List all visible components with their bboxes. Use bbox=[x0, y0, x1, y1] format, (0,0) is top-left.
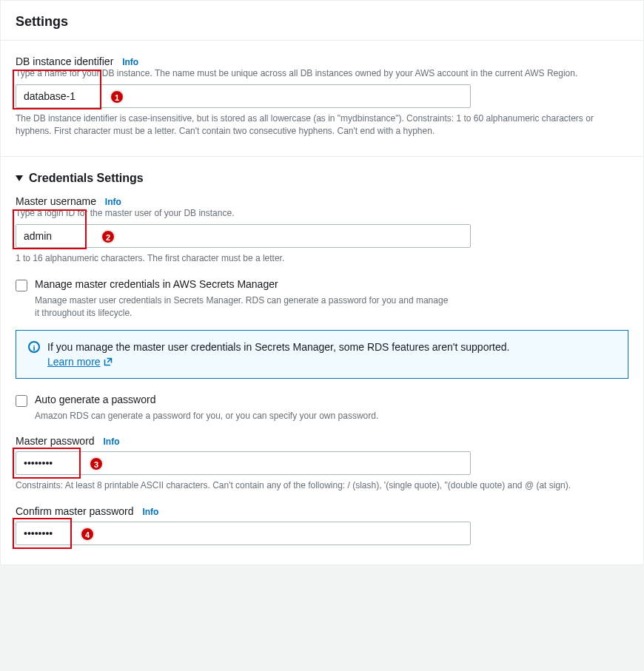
secrets-manager-label: Manage master credentials in AWS Secrets… bbox=[35, 278, 278, 290]
highlight-box-3 bbox=[13, 448, 81, 479]
master-password-input[interactable] bbox=[16, 451, 471, 475]
secrets-manager-desc: Manage master user credentials in Secret… bbox=[35, 294, 449, 320]
master-password-label: Master password bbox=[16, 435, 95, 447]
learn-more-link[interactable]: Learn more bbox=[47, 356, 113, 368]
info-icon: i bbox=[28, 341, 40, 353]
infobox-text: If you manage the master user credential… bbox=[47, 341, 509, 353]
caret-down-icon bbox=[16, 175, 23, 181]
settings-header: Settings bbox=[1, 1, 643, 40]
secrets-manager-infobox: i If you manage the master user credenti… bbox=[16, 330, 628, 379]
panel-title: Settings bbox=[16, 14, 628, 30]
db-identifier-hint: The DB instance identifier is case-insen… bbox=[16, 112, 628, 138]
auto-generate-desc: Amazon RDS can generate a password for y… bbox=[35, 410, 449, 422]
db-identifier-info-link[interactable]: Info bbox=[122, 57, 138, 67]
secrets-manager-checkbox[interactable] bbox=[16, 280, 27, 291]
master-username-info-link[interactable]: Info bbox=[105, 197, 121, 207]
highlight-box-2 bbox=[13, 209, 87, 249]
master-password-info-link[interactable]: Info bbox=[103, 436, 119, 447]
master-password-hint: Constraints: At least 8 printable ASCII … bbox=[16, 479, 628, 492]
db-identifier-label: DB instance identifier bbox=[16, 55, 113, 67]
learn-more-label: Learn more bbox=[47, 356, 101, 368]
annotation-badge-1: 1 bbox=[110, 90, 124, 104]
master-username-hint: 1 to 16 alphanumeric characters. The fir… bbox=[16, 252, 628, 265]
credentials-header-label: Credentials Settings bbox=[29, 172, 144, 185]
confirm-password-info-link[interactable]: Info bbox=[142, 507, 158, 517]
master-username-desc: Type a login ID for the master user of y… bbox=[16, 207, 628, 220]
auto-generate-label: Auto generate a password bbox=[35, 394, 155, 405]
db-identifier-desc: Type a name for your DB instance. The na… bbox=[16, 67, 628, 80]
auto-generate-checkbox[interactable] bbox=[16, 395, 27, 407]
credentials-section: Credentials Settings Master username Inf… bbox=[1, 157, 643, 564]
settings-panel: Settings DB instance identifier Info Typ… bbox=[0, 0, 644, 565]
confirm-password-label: Confirm master password bbox=[16, 505, 134, 517]
db-identifier-section: DB instance identifier Info Type a name … bbox=[1, 41, 643, 156]
master-username-label: Master username bbox=[16, 195, 96, 207]
highlight-box-4 bbox=[13, 518, 72, 549]
credentials-header-toggle[interactable]: Credentials Settings bbox=[16, 172, 628, 185]
external-link-icon bbox=[104, 357, 113, 366]
highlight-box-1 bbox=[13, 70, 101, 109]
